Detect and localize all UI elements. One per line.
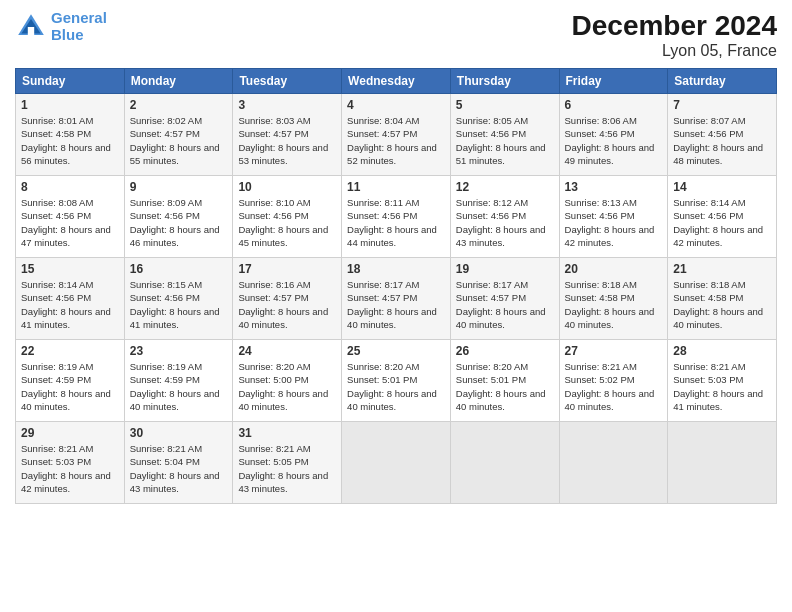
day-cell-29: 29 Sunrise: 8:21 AMSunset: 5:03 PMDaylig… xyxy=(16,422,125,504)
day-number: 29 xyxy=(21,426,119,440)
day-cell-18: 18 Sunrise: 8:17 AMSunset: 4:57 PMDaylig… xyxy=(342,258,451,340)
day-cell-27: 27 Sunrise: 8:21 AMSunset: 5:02 PMDaylig… xyxy=(559,340,668,422)
day-number: 10 xyxy=(238,180,336,194)
day-info: Sunrise: 8:07 AMSunset: 4:56 PMDaylight:… xyxy=(673,115,763,166)
calendar-row-1: 8 Sunrise: 8:08 AMSunset: 4:56 PMDayligh… xyxy=(16,176,777,258)
day-cell-1: 1 Sunrise: 8:01 AMSunset: 4:58 PMDayligh… xyxy=(16,94,125,176)
day-info: Sunrise: 8:11 AMSunset: 4:56 PMDaylight:… xyxy=(347,197,437,248)
day-info: Sunrise: 8:14 AMSunset: 4:56 PMDaylight:… xyxy=(21,279,111,330)
day-number: 19 xyxy=(456,262,554,276)
logo-text: General Blue xyxy=(51,10,107,43)
day-cell-23: 23 Sunrise: 8:19 AMSunset: 4:59 PMDaylig… xyxy=(124,340,233,422)
day-number: 13 xyxy=(565,180,663,194)
day-info: Sunrise: 8:01 AMSunset: 4:58 PMDaylight:… xyxy=(21,115,111,166)
day-number: 16 xyxy=(130,262,228,276)
day-cell-13: 13 Sunrise: 8:13 AMSunset: 4:56 PMDaylig… xyxy=(559,176,668,258)
title-block: December 2024 Lyon 05, France xyxy=(572,10,777,60)
day-number: 14 xyxy=(673,180,771,194)
day-cell-12: 12 Sunrise: 8:12 AMSunset: 4:56 PMDaylig… xyxy=(450,176,559,258)
day-info: Sunrise: 8:20 AMSunset: 5:01 PMDaylight:… xyxy=(456,361,546,412)
day-cell-28: 28 Sunrise: 8:21 AMSunset: 5:03 PMDaylig… xyxy=(668,340,777,422)
day-cell-30: 30 Sunrise: 8:21 AMSunset: 5:04 PMDaylig… xyxy=(124,422,233,504)
calendar-title: December 2024 xyxy=(572,10,777,42)
day-info: Sunrise: 8:13 AMSunset: 4:56 PMDaylight:… xyxy=(565,197,655,248)
day-cell-8: 8 Sunrise: 8:08 AMSunset: 4:56 PMDayligh… xyxy=(16,176,125,258)
day-info: Sunrise: 8:12 AMSunset: 4:56 PMDaylight:… xyxy=(456,197,546,248)
day-number: 2 xyxy=(130,98,228,112)
day-number: 4 xyxy=(347,98,445,112)
header-friday: Friday xyxy=(559,69,668,94)
day-info: Sunrise: 8:18 AMSunset: 4:58 PMDaylight:… xyxy=(673,279,763,330)
day-number: 6 xyxy=(565,98,663,112)
day-info: Sunrise: 8:20 AMSunset: 5:01 PMDaylight:… xyxy=(347,361,437,412)
day-info: Sunrise: 8:05 AMSunset: 4:56 PMDaylight:… xyxy=(456,115,546,166)
day-number: 1 xyxy=(21,98,119,112)
day-number: 22 xyxy=(21,344,119,358)
day-number: 12 xyxy=(456,180,554,194)
day-info: Sunrise: 8:18 AMSunset: 4:58 PMDaylight:… xyxy=(565,279,655,330)
day-number: 11 xyxy=(347,180,445,194)
day-cell-16: 16 Sunrise: 8:15 AMSunset: 4:56 PMDaylig… xyxy=(124,258,233,340)
day-number: 17 xyxy=(238,262,336,276)
day-info: Sunrise: 8:21 AMSunset: 5:02 PMDaylight:… xyxy=(565,361,655,412)
header-monday: Monday xyxy=(124,69,233,94)
day-number: 5 xyxy=(456,98,554,112)
day-cell-31: 31 Sunrise: 8:21 AMSunset: 5:05 PMDaylig… xyxy=(233,422,342,504)
calendar-row-2: 15 Sunrise: 8:14 AMSunset: 4:56 PMDaylig… xyxy=(16,258,777,340)
day-number: 26 xyxy=(456,344,554,358)
day-info: Sunrise: 8:16 AMSunset: 4:57 PMDaylight:… xyxy=(238,279,328,330)
day-number: 24 xyxy=(238,344,336,358)
day-cell-22: 22 Sunrise: 8:19 AMSunset: 4:59 PMDaylig… xyxy=(16,340,125,422)
day-info: Sunrise: 8:19 AMSunset: 4:59 PMDaylight:… xyxy=(21,361,111,412)
day-number: 9 xyxy=(130,180,228,194)
svg-rect-2 xyxy=(28,27,34,35)
day-cell-9: 9 Sunrise: 8:09 AMSunset: 4:56 PMDayligh… xyxy=(124,176,233,258)
logo-icon xyxy=(15,11,47,43)
day-number: 18 xyxy=(347,262,445,276)
header-wednesday: Wednesday xyxy=(342,69,451,94)
day-info: Sunrise: 8:04 AMSunset: 4:57 PMDaylight:… xyxy=(347,115,437,166)
day-info: Sunrise: 8:19 AMSunset: 4:59 PMDaylight:… xyxy=(130,361,220,412)
logo-line2: Blue xyxy=(51,26,84,43)
day-info: Sunrise: 8:21 AMSunset: 5:03 PMDaylight:… xyxy=(21,443,111,494)
day-cell-4: 4 Sunrise: 8:04 AMSunset: 4:57 PMDayligh… xyxy=(342,94,451,176)
calendar-row-3: 22 Sunrise: 8:19 AMSunset: 4:59 PMDaylig… xyxy=(16,340,777,422)
day-info: Sunrise: 8:06 AMSunset: 4:56 PMDaylight:… xyxy=(565,115,655,166)
header: General Blue December 2024 Lyon 05, Fran… xyxy=(15,10,777,60)
day-info: Sunrise: 8:14 AMSunset: 4:56 PMDaylight:… xyxy=(673,197,763,248)
day-info: Sunrise: 8:09 AMSunset: 4:56 PMDaylight:… xyxy=(130,197,220,248)
day-cell-15: 15 Sunrise: 8:14 AMSunset: 4:56 PMDaylig… xyxy=(16,258,125,340)
day-cell-20: 20 Sunrise: 8:18 AMSunset: 4:58 PMDaylig… xyxy=(559,258,668,340)
day-cell-26: 26 Sunrise: 8:20 AMSunset: 5:01 PMDaylig… xyxy=(450,340,559,422)
day-cell-2: 2 Sunrise: 8:02 AMSunset: 4:57 PMDayligh… xyxy=(124,94,233,176)
day-number: 15 xyxy=(21,262,119,276)
day-info: Sunrise: 8:15 AMSunset: 4:56 PMDaylight:… xyxy=(130,279,220,330)
empty-cell xyxy=(342,422,451,504)
logo-line1: General xyxy=(51,9,107,26)
empty-cell xyxy=(559,422,668,504)
day-cell-11: 11 Sunrise: 8:11 AMSunset: 4:56 PMDaylig… xyxy=(342,176,451,258)
empty-cell xyxy=(450,422,559,504)
day-number: 3 xyxy=(238,98,336,112)
calendar-table: Sunday Monday Tuesday Wednesday Thursday… xyxy=(15,68,777,504)
day-number: 28 xyxy=(673,344,771,358)
empty-cell xyxy=(668,422,777,504)
day-cell-25: 25 Sunrise: 8:20 AMSunset: 5:01 PMDaylig… xyxy=(342,340,451,422)
day-cell-3: 3 Sunrise: 8:03 AMSunset: 4:57 PMDayligh… xyxy=(233,94,342,176)
header-tuesday: Tuesday xyxy=(233,69,342,94)
day-info: Sunrise: 8:03 AMSunset: 4:57 PMDaylight:… xyxy=(238,115,328,166)
day-info: Sunrise: 8:02 AMSunset: 4:57 PMDaylight:… xyxy=(130,115,220,166)
weekday-header-row: Sunday Monday Tuesday Wednesday Thursday… xyxy=(16,69,777,94)
day-cell-17: 17 Sunrise: 8:16 AMSunset: 4:57 PMDaylig… xyxy=(233,258,342,340)
page: General Blue December 2024 Lyon 05, Fran… xyxy=(0,0,792,612)
day-info: Sunrise: 8:10 AMSunset: 4:56 PMDaylight:… xyxy=(238,197,328,248)
day-cell-14: 14 Sunrise: 8:14 AMSunset: 4:56 PMDaylig… xyxy=(668,176,777,258)
day-number: 7 xyxy=(673,98,771,112)
calendar-subtitle: Lyon 05, France xyxy=(572,42,777,60)
day-cell-19: 19 Sunrise: 8:17 AMSunset: 4:57 PMDaylig… xyxy=(450,258,559,340)
header-saturday: Saturday xyxy=(668,69,777,94)
header-sunday: Sunday xyxy=(16,69,125,94)
day-number: 23 xyxy=(130,344,228,358)
day-info: Sunrise: 8:21 AMSunset: 5:04 PMDaylight:… xyxy=(130,443,220,494)
day-cell-5: 5 Sunrise: 8:05 AMSunset: 4:56 PMDayligh… xyxy=(450,94,559,176)
